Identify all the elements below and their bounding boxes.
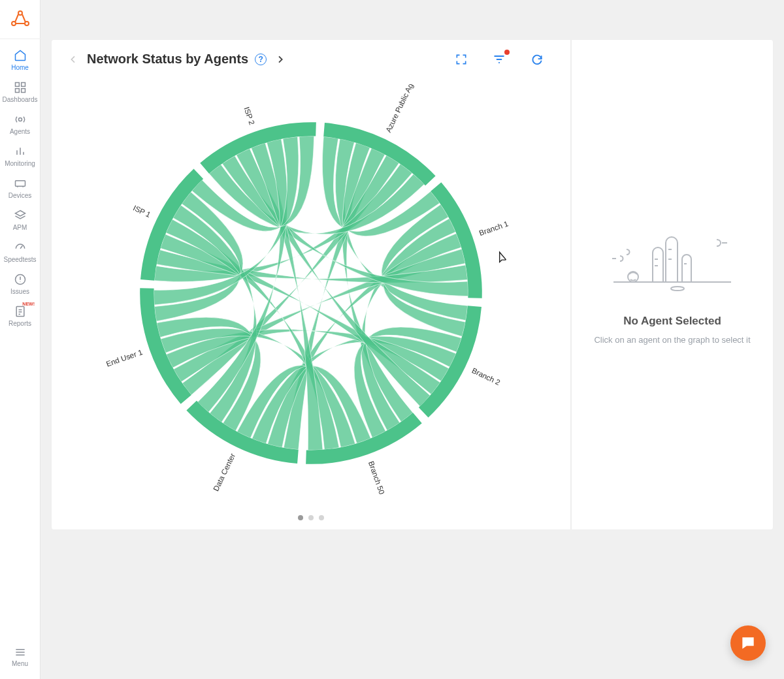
svg-point-7 bbox=[18, 118, 22, 121]
svg-rect-6 bbox=[21, 89, 25, 93]
chat-launcher[interactable] bbox=[730, 625, 766, 661]
sidebar-item-label: Home bbox=[11, 64, 29, 71]
dashboard-icon bbox=[13, 80, 27, 95]
new-badge: NEW! bbox=[22, 302, 35, 306]
sidebar-item-speedtests[interactable]: Speedtests bbox=[0, 235, 40, 267]
sidebar-item-label: Agents bbox=[10, 128, 30, 135]
sidebar-item-label: Speedtests bbox=[3, 256, 36, 263]
panel-wrap: Network Status by Agents ? bbox=[51, 39, 774, 530]
chord-label[interactable]: End User 1 bbox=[105, 347, 143, 368]
agents-icon bbox=[13, 112, 27, 127]
help-icon[interactable]: ? bbox=[255, 54, 267, 65]
sidebar: Home Dashboards Agents Monitoring Device… bbox=[0, 0, 41, 679]
pager-dot-0[interactable] bbox=[298, 515, 303, 520]
devices-icon bbox=[13, 176, 27, 191]
svg-rect-3 bbox=[15, 83, 19, 87]
brand-logo[interactable] bbox=[0, 0, 41, 39]
home-icon bbox=[13, 48, 27, 63]
sidebar-item-devices[interactable]: Devices bbox=[0, 171, 40, 203]
card-actions bbox=[454, 52, 556, 67]
svg-point-0 bbox=[18, 11, 22, 15]
issues-icon bbox=[13, 272, 27, 287]
svg-point-13 bbox=[671, 287, 684, 291]
main-content: Network Status by Agents ? bbox=[41, 0, 784, 679]
sidebar-item-label: Devices bbox=[8, 192, 32, 199]
card-title: Network Status by Agents bbox=[87, 52, 248, 67]
sidebar-item-monitoring[interactable]: Monitoring bbox=[0, 139, 40, 171]
monitoring-icon bbox=[13, 144, 27, 159]
refresh-button[interactable] bbox=[530, 52, 544, 67]
filter-button[interactable] bbox=[492, 52, 506, 67]
svg-rect-10 bbox=[16, 307, 24, 317]
sidebar-item-reports[interactable]: NEW! Reports bbox=[0, 299, 40, 331]
chord-label[interactable]: Branch 2 bbox=[470, 366, 502, 387]
chord-diagram[interactable]: Azure Public AgentBranch 1Branch 2Branch… bbox=[52, 71, 570, 515]
next-button[interactable] bbox=[273, 52, 287, 67]
empty-title: No Agent Selected bbox=[623, 315, 721, 328]
empty-subtitle: Click on an agent on the graph to select… bbox=[594, 334, 750, 346]
chord-svg[interactable]: Azure Public AgentBranch 1Branch 2Branch… bbox=[89, 84, 533, 502]
detail-panel: No Agent Selected Click on an agent on t… bbox=[571, 39, 774, 530]
chord-label[interactable]: Branch 1 bbox=[478, 219, 509, 237]
sidebar-item-label: Dashboards bbox=[3, 96, 38, 103]
card-header: Network Status by Agents ? bbox=[52, 40, 570, 71]
prev-button[interactable] bbox=[66, 52, 80, 67]
speedtest-icon bbox=[13, 240, 27, 255]
apm-icon bbox=[13, 208, 27, 223]
menu-label: Menu bbox=[12, 660, 28, 667]
sidebar-item-apm[interactable]: APM bbox=[0, 203, 40, 235]
sidebar-item-home[interactable]: Home bbox=[0, 43, 40, 75]
chord-label[interactable]: Azure Public Agent bbox=[384, 84, 419, 134]
chord-label[interactable]: ISP 1 bbox=[132, 203, 152, 219]
sidebar-menu-button[interactable]: Menu bbox=[0, 638, 40, 679]
chord-label[interactable]: Data Center bbox=[211, 451, 237, 492]
sidebar-item-label: APM bbox=[13, 224, 27, 231]
empty-illustration bbox=[607, 223, 738, 295]
sidebar-nav: Home Dashboards Agents Monitoring Device… bbox=[0, 39, 40, 331]
chord-label[interactable]: ISP 2 bbox=[242, 105, 257, 125]
svg-rect-4 bbox=[21, 83, 25, 87]
pager-dot-1[interactable] bbox=[308, 515, 314, 520]
chord-label[interactable]: Branch 50 bbox=[367, 460, 387, 496]
pager bbox=[52, 515, 570, 529]
svg-rect-5 bbox=[15, 89, 19, 93]
menu-icon bbox=[14, 646, 27, 660]
topbar bbox=[41, 0, 784, 39]
svg-rect-8 bbox=[15, 181, 25, 186]
network-status-card: Network Status by Agents ? bbox=[51, 39, 571, 530]
logo-icon bbox=[10, 9, 31, 30]
chat-icon bbox=[740, 635, 757, 652]
sidebar-item-dashboards[interactable]: Dashboards bbox=[0, 75, 40, 107]
expand-button[interactable] bbox=[454, 52, 468, 67]
sidebar-item-issues[interactable]: Issues bbox=[0, 267, 40, 299]
filter-active-dot bbox=[504, 50, 510, 55]
reports-icon bbox=[13, 304, 27, 319]
sidebar-item-label: Reports bbox=[8, 320, 31, 327]
sidebar-item-label: Monitoring bbox=[5, 160, 35, 167]
sidebar-item-label: Issues bbox=[10, 288, 29, 295]
pager-dot-2[interactable] bbox=[319, 515, 324, 520]
sidebar-item-agents[interactable]: Agents bbox=[0, 107, 40, 139]
